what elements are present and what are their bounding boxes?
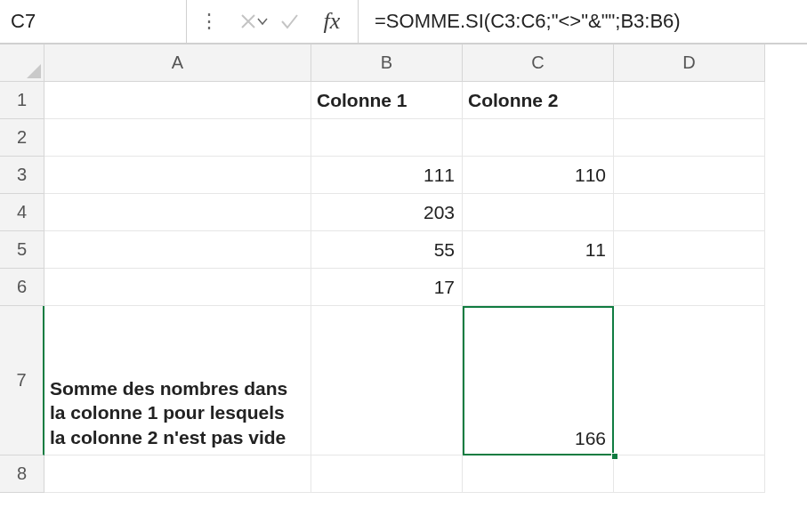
row-header-7[interactable]: 7 [0,306,44,455]
vertical-dots-icon[interactable]: ⋮ [196,12,222,31]
cell-C7[interactable]: 166 [463,306,614,455]
spreadsheet-grid: A B C D 1 Colonne 1 Colonne 2 2 3 111 11… [0,44,807,493]
cell-D5[interactable] [614,231,765,269]
fx-icon[interactable]: fx [315,6,349,36]
cell-B2[interactable] [311,119,463,157]
col-header-B[interactable]: B [311,44,463,82]
cancel-formula-icon[interactable] [233,6,263,36]
row-header-2[interactable]: 2 [0,119,44,157]
cell-D2[interactable] [614,119,765,157]
cell-B7[interactable] [311,306,463,455]
cell-D1[interactable] [614,82,765,119]
cell-C6[interactable] [463,269,614,306]
row-header-5[interactable]: 5 [0,231,44,269]
cell-B4[interactable]: 203 [311,194,463,231]
cell-A1[interactable] [44,82,311,119]
col-header-D[interactable]: D [614,44,765,82]
cell-B5[interactable]: 55 [311,231,463,269]
formula-bar-buttons: ⋮ fx [187,0,359,44]
row-header-8[interactable]: 8 [0,455,44,493]
fill-handle[interactable] [611,453,618,460]
row-header-4[interactable]: 4 [0,194,44,231]
formula-bar: ⋮ fx [0,0,807,44]
cell-C1[interactable]: Colonne 2 [463,82,614,119]
name-box-container [0,0,187,44]
cell-B6[interactable]: 17 [311,269,463,306]
cell-D3[interactable] [614,157,765,194]
cell-B8[interactable] [311,455,463,493]
cell-C4[interactable] [463,194,614,231]
cell-C8[interactable] [463,455,614,493]
cell-D6[interactable] [614,269,765,306]
row-header-1[interactable]: 1 [0,82,44,119]
row-header-6[interactable]: 6 [0,269,44,306]
cell-A4[interactable] [44,194,311,231]
cell-D7[interactable] [614,306,765,455]
cell-A6[interactable] [44,269,311,306]
cell-A8[interactable] [44,455,311,493]
cell-A7[interactable]: Somme des nombres dans la colonne 1 pour… [44,306,311,455]
cell-A5[interactable] [44,231,311,269]
cell-A2[interactable] [44,119,311,157]
cell-A3[interactable] [44,157,311,194]
cell-D4[interactable] [614,194,765,231]
formula-input[interactable] [373,9,793,34]
cell-C3[interactable]: 110 [463,157,614,194]
col-header-C[interactable]: C [463,44,614,82]
col-header-A[interactable]: A [44,44,311,82]
select-all-corner[interactable] [0,44,44,82]
formula-input-container [359,0,807,44]
cell-C5[interactable]: 11 [463,231,614,269]
cell-B1[interactable]: Colonne 1 [311,82,463,119]
cell-C2[interactable] [463,119,614,157]
row-header-3[interactable]: 3 [0,157,44,194]
cell-D8[interactable] [614,455,765,493]
accept-formula-icon[interactable] [274,6,304,36]
cell-B3[interactable]: 111 [311,157,463,194]
